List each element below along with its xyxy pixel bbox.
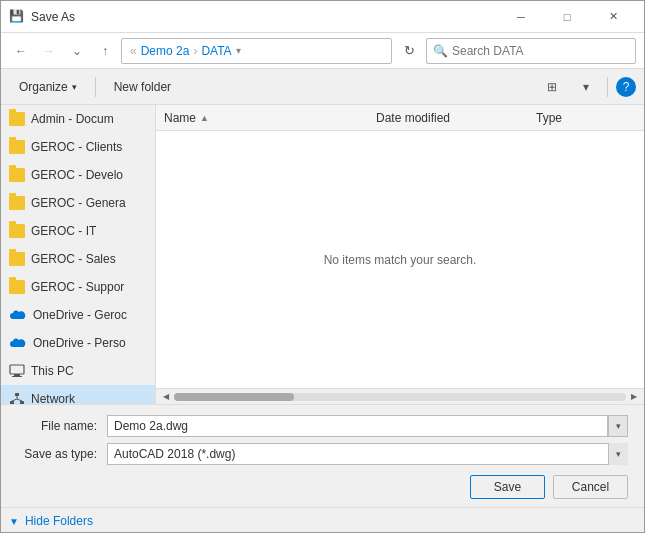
title-icon: 💾 (9, 9, 25, 25)
sidebar-item-geroc-genera[interactable]: GEROC - Genera (1, 189, 155, 217)
breadcrumb-part1[interactable]: Demo 2a (141, 44, 190, 58)
window-title: Save As (31, 10, 498, 24)
breadcrumb-dropdown-arrow[interactable]: ▾ (236, 45, 241, 56)
toolbar-sep2 (607, 77, 608, 97)
view-options-button[interactable]: ▾ (573, 74, 599, 100)
sidebar-item-label: GEROC - Genera (31, 196, 126, 210)
scroll-right-button[interactable]: ▶ (626, 389, 642, 405)
bottom-form: File name: ▾ Save as type: AutoCAD 2018 … (1, 404, 644, 507)
folder-icon (9, 196, 25, 210)
file-list: No items match your search. (156, 131, 644, 388)
hide-folders-label: Hide Folders (25, 514, 93, 528)
cancel-button[interactable]: Cancel (553, 475, 628, 499)
sidebar: Admin - Docum GEROC - Clients GEROC - De… (1, 105, 156, 404)
scroll-track[interactable] (174, 393, 626, 401)
organize-button[interactable]: Organize ▾ (9, 74, 87, 100)
sidebar-item-label: Admin - Docum (31, 112, 114, 126)
sidebar-item-this-pc[interactable]: This PC (1, 357, 155, 385)
sidebar-item-label: GEROC - Suppor (31, 280, 124, 294)
horizontal-scrollbar[interactable]: ◀ ▶ (156, 388, 644, 404)
folder-icon (9, 168, 25, 182)
sidebar-item-geroc-suppor[interactable]: GEROC - Suppor (1, 273, 155, 301)
main-panel: Name ▲ Date modified Type No items match… (156, 105, 644, 404)
new-folder-button[interactable]: New folder (104, 74, 181, 100)
sidebar-item-label: GEROC - IT (31, 224, 96, 238)
nav-bar: ← → ⌄ ↑ « Demo 2a › DATA ▾ ↻ 🔍 (1, 33, 644, 69)
svg-rect-3 (15, 393, 19, 396)
view-toggle-button[interactable]: ⊞ (539, 74, 565, 100)
column-name[interactable]: Name ▲ (164, 111, 376, 125)
breadcrumb-prefix: « (130, 44, 137, 58)
sidebar-item-label: This PC (31, 364, 74, 378)
title-bar: 💾 Save As ─ □ ✕ (1, 1, 644, 33)
folder-icon (9, 112, 25, 126)
sidebar-item-geroc-develo[interactable]: GEROC - Develo (1, 161, 155, 189)
network-icon (9, 392, 25, 404)
sidebar-item-label: OneDrive - Perso (33, 336, 126, 350)
content-area: Admin - Docum GEROC - Clients GEROC - De… (1, 105, 644, 404)
saveastype-label: Save as type: (17, 447, 107, 461)
column-date[interactable]: Date modified (376, 111, 536, 125)
filename-input[interactable] (107, 415, 608, 437)
sidebar-item-label: OneDrive - Geroc (33, 308, 127, 322)
search-box: 🔍 (426, 38, 636, 64)
sidebar-item-label: GEROC - Sales (31, 252, 116, 266)
column-header: Name ▲ Date modified Type (156, 105, 644, 131)
column-type[interactable]: Type (536, 111, 636, 125)
filename-label: File name: (17, 419, 107, 433)
folder-icon (9, 280, 25, 294)
sidebar-item-onedrive-perso[interactable]: OneDrive - Perso (1, 329, 155, 357)
empty-message: No items match your search. (324, 253, 477, 267)
help-button[interactable]: ? (616, 77, 636, 97)
filename-dropdown-button[interactable]: ▾ (608, 415, 628, 437)
hide-folders-bar[interactable]: ▼ Hide Folders (1, 507, 644, 532)
cloud-icon (9, 336, 27, 350)
saveastype-select[interactable]: AutoCAD 2018 (*.dwg) (107, 443, 628, 465)
svg-line-8 (17, 399, 22, 401)
sidebar-item-label: GEROC - Develo (31, 168, 123, 182)
svg-rect-1 (14, 374, 20, 376)
sidebar-item-geroc-clients[interactable]: GEROC - Clients (1, 133, 155, 161)
scroll-thumb[interactable] (174, 393, 294, 401)
back-button[interactable]: ← (9, 39, 33, 63)
breadcrumb-part2[interactable]: DATA (201, 44, 231, 58)
sidebar-item-network[interactable]: Network (1, 385, 155, 404)
search-icon: 🔍 (433, 44, 448, 58)
breadcrumb[interactable]: « Demo 2a › DATA ▾ (121, 38, 392, 64)
recent-locations-button[interactable]: ⌄ (65, 39, 89, 63)
sidebar-item-admin-docum[interactable]: Admin - Docum (1, 105, 155, 133)
up-button[interactable]: ↑ (93, 39, 117, 63)
folder-icon (9, 140, 25, 154)
sidebar-item-geroc-it[interactable]: GEROC - IT (1, 217, 155, 245)
toolbar: Organize ▾ New folder ⊞ ▾ ? (1, 69, 644, 105)
cloud-icon (9, 308, 27, 322)
sidebar-item-geroc-sales[interactable]: GEROC - Sales (1, 245, 155, 273)
refresh-button[interactable]: ↻ (396, 38, 422, 64)
form-buttons: Save Cancel (17, 475, 628, 499)
svg-line-7 (12, 399, 17, 401)
scroll-left-button[interactable]: ◀ (158, 389, 174, 405)
folder-icon (9, 224, 25, 238)
save-as-dialog: 💾 Save As ─ □ ✕ ← → ⌄ ↑ « Demo 2a › DATA… (0, 0, 645, 533)
maximize-button[interactable]: □ (544, 1, 590, 33)
save-button[interactable]: Save (470, 475, 545, 499)
sidebar-item-label: GEROC - Clients (31, 140, 122, 154)
svg-rect-0 (10, 365, 24, 374)
svg-rect-2 (12, 376, 22, 377)
close-button[interactable]: ✕ (590, 1, 636, 33)
forward-button[interactable]: → (37, 39, 61, 63)
hide-folders-chevron-icon: ▼ (9, 516, 19, 527)
sort-arrow-icon: ▲ (200, 113, 209, 123)
sidebar-item-onedrive-geroc[interactable]: OneDrive - Geroc (1, 301, 155, 329)
pc-icon (9, 364, 25, 378)
saveastype-dropdown-wrap: AutoCAD 2018 (*.dwg) ▾ (107, 443, 628, 465)
breadcrumb-separator: › (193, 44, 197, 58)
saveastype-row: Save as type: AutoCAD 2018 (*.dwg) ▾ (17, 443, 628, 465)
folder-icon (9, 252, 25, 266)
search-input[interactable] (452, 44, 629, 58)
filename-row: File name: ▾ (17, 415, 628, 437)
minimize-button[interactable]: ─ (498, 1, 544, 33)
sidebar-item-label: Network (31, 392, 75, 404)
title-buttons: ─ □ ✕ (498, 1, 636, 33)
toolbar-separator (95, 77, 96, 97)
